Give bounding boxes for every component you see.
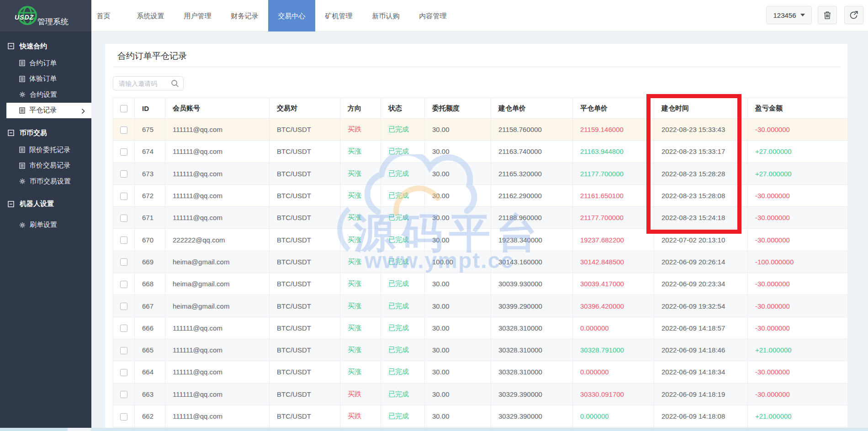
sidebar-item[interactable]: 刷单设置 (0, 217, 91, 233)
cell-pair: BTC/USDT (270, 141, 340, 163)
logout-button[interactable] (844, 6, 863, 24)
horizontal-scrollbar[interactable] (91, 428, 868, 431)
app-name: 管理系统 (37, 16, 69, 27)
cell-open_price: 21163.740000 (491, 141, 573, 163)
row-checkbox-cell (113, 229, 135, 251)
horizontal-scrollbar-thumb[interactable] (0, 428, 68, 431)
search-input[interactable] (119, 77, 169, 89)
nav-item[interactable]: 系统设置 (127, 0, 174, 32)
sidebar-item[interactable]: 合约订单 (0, 55, 91, 71)
cell-close_price: 30396.420000 (573, 295, 654, 317)
cell-pair: BTC/USDT (270, 339, 340, 361)
cell-status: 已完成 (381, 361, 425, 383)
cell-id: 675 (135, 119, 165, 141)
cell-account: 111111@qq.com (165, 383, 270, 405)
cell-account: 111111@qq.com (165, 163, 270, 184)
cell-close_price: 21163.944800 (573, 141, 654, 163)
row-checkbox[interactable] (120, 170, 127, 178)
column-header: 会员账号 (165, 98, 270, 119)
nav-item[interactable]: 矿机管理 (315, 0, 362, 32)
horizontal-scrollbar-track[interactable] (68, 428, 91, 431)
row-checkbox[interactable] (120, 303, 127, 310)
search-icon[interactable] (171, 79, 179, 88)
sidebar: 快速合约合约订单体验订单合约设置平仓记录币币交易限价委托记录市价交易记录币币交易… (0, 32, 91, 431)
sidebar-section-header[interactable]: 机器人设置 (0, 195, 91, 213)
column-header: 委托额度 (425, 98, 491, 119)
row-checkbox-cell (113, 119, 135, 141)
row-checkbox[interactable] (120, 193, 127, 200)
row-checkbox[interactable] (120, 215, 127, 222)
cell-id: 672 (135, 184, 165, 206)
sidebar-section-header[interactable]: 快速合约 (0, 37, 91, 55)
row-checkbox[interactable] (120, 391, 127, 398)
sidebar-item-label: 刷单设置 (30, 221, 57, 229)
cell-open_price: 30039.930000 (491, 273, 573, 295)
nav-item[interactable]: 用户管理 (174, 0, 221, 32)
row-checkbox-cell (113, 361, 135, 383)
sidebar-section-header[interactable]: 币币交易 (0, 124, 91, 142)
cell-amount: 30.00 (425, 405, 491, 427)
cell-id: 671 (135, 207, 165, 229)
row-checkbox[interactable] (120, 148, 127, 156)
sidebar-item[interactable]: 币币交易设置 (0, 173, 91, 189)
user-dropdown[interactable]: 123456 (766, 6, 812, 24)
cell-open_price: 30328.310000 (491, 361, 573, 383)
row-checkbox[interactable] (120, 281, 127, 288)
cell-amount: 30.00 (425, 361, 491, 383)
row-checkbox-cell (113, 141, 135, 163)
cell-close_price: 30142.848500 (573, 251, 654, 273)
sidebar-item[interactable]: 合约设置 (0, 87, 91, 103)
cell-pair: BTC/USDT (270, 119, 340, 141)
column-header: ID (135, 98, 165, 119)
column-header: 方向 (340, 98, 381, 119)
select-all-checkbox[interactable] (120, 105, 127, 112)
title-divider (113, 67, 840, 67)
sidebar-item-label: 体验订单 (29, 74, 57, 83)
table-row: 664111111@qq.comBTC/USDT买涨已完成30.0030328.… (113, 361, 848, 383)
cell-direction: 买涨 (340, 317, 381, 339)
row-checkbox[interactable] (120, 237, 127, 244)
sidebar-item[interactable]: 体验订单 (0, 71, 91, 87)
cell-status: 已完成 (381, 295, 425, 317)
table-row: 662111111@qq.comBTC/USDT买跌已完成30.0030329.… (113, 405, 848, 427)
cell-time: 2022-06-09 20:23:34 (654, 273, 748, 295)
row-checkbox[interactable] (120, 325, 127, 332)
cell-open_price: 21165.320000 (491, 163, 573, 184)
cell-pair: BTC/USDT (270, 273, 340, 295)
column-header: 交易对 (270, 98, 340, 119)
cell-open_price: 30328.310000 (491, 317, 573, 339)
nav-item[interactable]: 内容管理 (409, 0, 456, 32)
table-row: 665111111@qq.comBTC/USDT买涨已完成30.0030328.… (113, 339, 848, 361)
sidebar-item[interactable]: 市价交易记录 (0, 158, 91, 174)
cell-id: 669 (135, 251, 165, 273)
cell-time: 2022-06-09 19:32:54 (654, 295, 748, 317)
cell-direction: 买跌 (340, 405, 381, 427)
nav-item[interactable]: 财务记录 (221, 0, 268, 32)
nav-item[interactable]: 交易中心 (268, 0, 315, 32)
cell-amount: 30.00 (425, 229, 491, 251)
cell-pnl: +27.000000 (748, 163, 848, 184)
cell-status: 已完成 (381, 317, 425, 339)
row-checkbox[interactable] (120, 126, 127, 134)
row-checkbox[interactable] (120, 413, 127, 420)
trash-button[interactable] (818, 6, 837, 24)
select-all-checkbox-cell (113, 98, 135, 119)
cell-pnl: -30.000000 (748, 383, 848, 405)
app-logo[interactable]: USDZ 管理系统 (0, 0, 91, 32)
row-checkbox[interactable] (120, 258, 127, 266)
cell-amount: 30.00 (425, 317, 491, 339)
nav-item[interactable]: 新币认购 (362, 0, 409, 32)
cell-pair: BTC/USDT (270, 383, 340, 405)
sidebar-item[interactable]: 平仓记录 (6, 103, 91, 119)
row-checkbox[interactable] (120, 347, 127, 354)
cell-account: heima@gmail.com (165, 273, 270, 295)
column-header: 建仓单价 (491, 98, 573, 119)
gear-icon (19, 222, 26, 228)
row-checkbox[interactable] (120, 369, 127, 376)
cell-time: 2022-06-09 20:26:14 (654, 251, 748, 273)
cell-direction: 买涨 (340, 141, 381, 163)
sidebar-item-label: 币币交易设置 (30, 177, 71, 186)
sidebar-item[interactable]: 限价委托记录 (0, 142, 91, 158)
cell-time: 2022-06-09 14:18:19 (654, 383, 748, 405)
cell-account: 111111@qq.com (165, 119, 270, 141)
